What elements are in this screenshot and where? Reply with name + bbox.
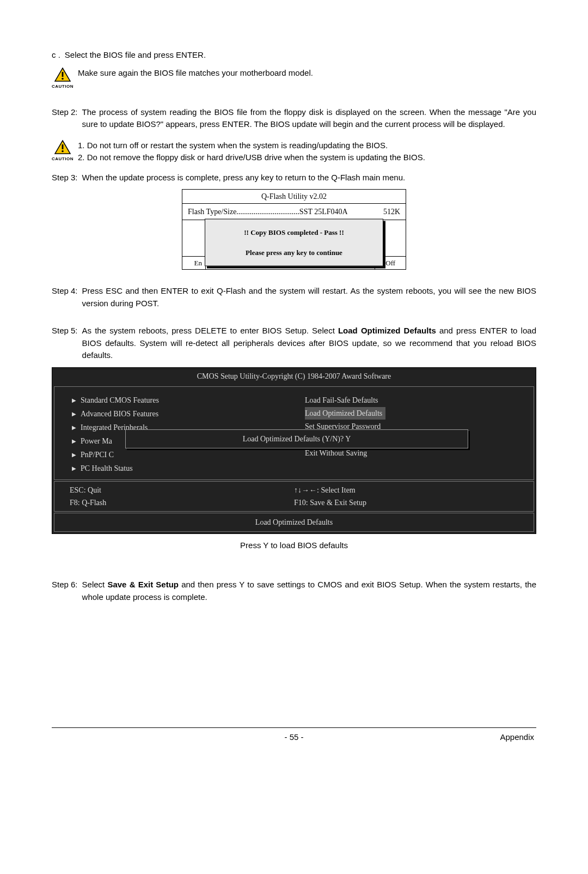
step-3-label: Step 3:: [52, 172, 78, 184]
caution-2-line2: 2. Do not remove the floppy disk or hard…: [78, 151, 536, 164]
qflash-title: Q-Flash Utility v2.02: [182, 190, 406, 204]
step-3-text: When the update process is complete, pre…: [82, 172, 536, 184]
step-5-label: Step 5:: [52, 325, 78, 362]
bios-caption: Press Y to load BIOS defaults: [52, 539, 536, 552]
bios-footer-keys: ESC: Quit F8: Q-Flash ↑↓→←: Select Item …: [54, 481, 534, 512]
bios-left-item: Power Ma: [81, 435, 112, 447]
bios-left-item: Standard CMOS Features: [81, 394, 159, 406]
qflash-info: Flash Type/Size.........................…: [182, 204, 406, 220]
qflash-info-right: 512K: [383, 206, 400, 217]
caution-icon: CAUTION: [52, 67, 74, 90]
step-5: Step 5: As the system reboots, press DEL…: [52, 325, 536, 362]
step-4-label: Step 4:: [52, 285, 78, 309]
bios-right-item-highlight: Load Optimized Defaults: [305, 407, 385, 420]
caution-1-text: Make sure again the BIOS file matches yo…: [78, 67, 536, 80]
step-6-label: Step 6:: [52, 579, 78, 603]
step-3: Step 3: When the update process is compl…: [52, 172, 536, 184]
step-5-pre: As the system reboots, press DELETE to e…: [82, 326, 338, 335]
step-6-pre: Select: [82, 580, 108, 589]
qflash-popup: !! Copy BIOS completed - Pass !! Please …: [205, 218, 383, 266]
step-5-bold: Load Optimized Defaults: [338, 326, 436, 335]
bios-footer-l1: ESC: Quit: [70, 484, 294, 496]
caution-label: CAUTION: [52, 83, 74, 90]
bios-main: ▶Standard CMOS Features ▶Advanced BIOS F…: [54, 386, 534, 480]
caution-icon: CAUTION: [52, 139, 74, 162]
caution-1: CAUTION Make sure again the BIOS file ma…: [52, 67, 536, 90]
step-5-text: As the system reboots, press DELETE to e…: [82, 325, 536, 362]
bios-right-item: Exit Without Saving: [305, 447, 367, 459]
triangle-right-icon: ▶: [68, 410, 81, 418]
step-c-text: Select the BIOS file and press ENTER.: [65, 49, 536, 62]
bios-left-item: PC Health Status: [81, 463, 133, 474]
step-6: Step 6: Select Save & Exit Setup and the…: [52, 579, 536, 603]
step-2: Step 2: The process of system reading th…: [52, 106, 536, 131]
step-4: Step 4: Press ESC and then ENTER to exit…: [52, 285, 536, 309]
step-4-text: Press ESC and then ENTER to exit Q-Flash…: [82, 285, 536, 309]
caution-2-line1: 1. Do not turn off or restart the system…: [78, 139, 536, 152]
bios-screenshot: CMOS Setup Utility-Copyright (C) 1984-20…: [52, 367, 536, 534]
bios-left-item: Advanced BIOS Features: [81, 408, 158, 420]
bios-right-item: Load Fail-Safe Defaults: [305, 394, 378, 406]
caution-2: CAUTION 1. Do not turn off or restart th…: [52, 139, 536, 164]
qflash-screenshot: Q-Flash Utility v2.02 Flash Type/Size...…: [52, 189, 536, 270]
triangle-right-icon: ▶: [68, 451, 81, 459]
step-2-text: The process of system reading the BIOS f…: [82, 106, 536, 131]
step-c-label: c .: [52, 49, 60, 62]
section-name: Appendix: [469, 731, 534, 744]
bios-footer-l2: F8: Q-Flash: [70, 496, 294, 509]
triangle-right-icon: ▶: [68, 396, 81, 404]
triangle-right-icon: ▶: [68, 423, 81, 432]
step-2-label: Step 2:: [52, 106, 78, 131]
bios-title: CMOS Setup Utility-Copyright (C) 1984-20…: [53, 368, 535, 386]
qflash-popup-line2: Please press any key to continue: [210, 247, 378, 258]
caution-label: CAUTION: [52, 156, 74, 162]
triangle-right-icon: ▶: [68, 464, 81, 472]
page-footer: - 55 - Appendix: [52, 731, 536, 744]
triangle-right-icon: ▶: [68, 437, 81, 445]
bios-left-item: PnP/PCI C: [81, 449, 114, 460]
qflash-info-left: Flash Type/Size.........................…: [188, 206, 348, 217]
page-number: - 55 -: [119, 731, 469, 744]
bios-footer-r1: ↑↓→←: Select Item: [294, 484, 518, 496]
svg-point-2: [62, 77, 64, 80]
svg-rect-4: [62, 144, 64, 149]
bios-prompt: Load Optimized Defaults (Y/N)? Y: [125, 429, 468, 448]
qflash-footer-left: En: [182, 256, 206, 270]
footer-rule: [52, 727, 536, 728]
bios-footer-status: Load Optimized Defaults: [54, 513, 534, 532]
step-c: c . Select the BIOS file and press ENTER…: [52, 49, 536, 62]
caution-2-text: 1. Do not turn off or restart the system…: [78, 139, 536, 164]
step-6-text: Select Save & Exit Setup and then press …: [82, 579, 536, 603]
bios-footer-r2: F10: Save & Exit Setup: [294, 496, 518, 509]
svg-rect-1: [62, 72, 64, 77]
svg-point-5: [62, 150, 64, 152]
step-6-bold: Save & Exit Setup: [107, 580, 179, 589]
qflash-popup-line1: !! Copy BIOS completed - Pass !!: [210, 227, 378, 238]
